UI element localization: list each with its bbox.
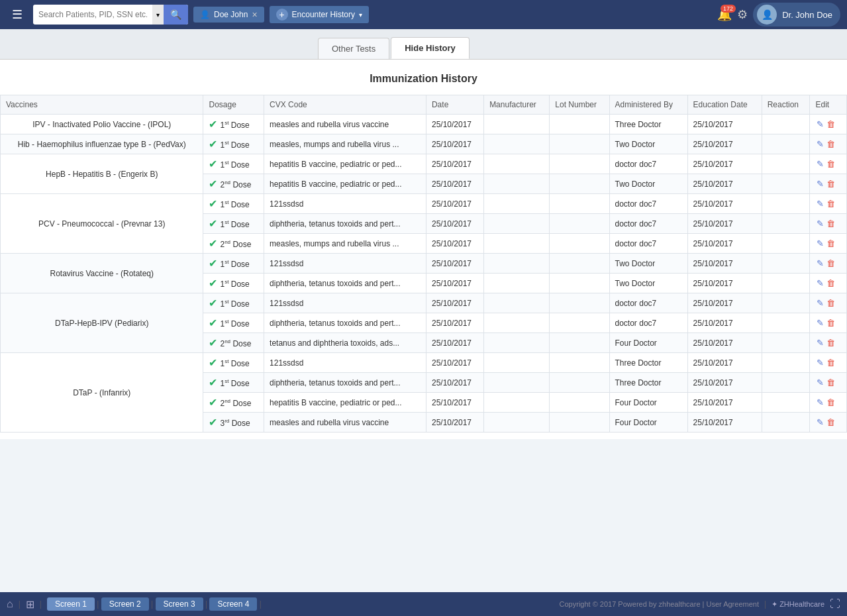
edit-icon[interactable]: ✎ <box>817 397 824 407</box>
patient-tag: 👤 Doe John × <box>193 7 264 23</box>
manufacturer-cell <box>484 353 550 373</box>
edit-cell: ✎🗑 <box>810 293 847 313</box>
search-input[interactable] <box>33 10 152 19</box>
delete-icon[interactable]: 🗑 <box>826 258 835 268</box>
check-icon: ✔ <box>209 317 217 329</box>
lot-number-cell <box>550 234 609 254</box>
cvx-code-cell: 121ssdsd <box>264 293 426 313</box>
table-row: DTaP-HepB-IPV (Pediarix)✔1st Dose121ssds… <box>1 293 847 313</box>
cvx-code-cell: hepatitis B vaccine, pediatric or ped... <box>264 154 426 174</box>
cvx-code-cell: measles, mumps and rubella virus ... <box>264 234 426 254</box>
delete-icon[interactable]: 🗑 <box>826 338 835 348</box>
delete-icon[interactable]: 🗑 <box>826 397 835 407</box>
encounter-dropdown-arrow[interactable]: ▾ <box>359 11 362 19</box>
screen-tab-screen-2[interactable]: Screen 2 <box>101 597 149 611</box>
edit-icon[interactable]: ✎ <box>817 139 824 149</box>
delete-icon[interactable]: 🗑 <box>826 159 835 169</box>
dose-number: 2nd Dose <box>220 399 251 408</box>
tab-hide-history[interactable]: Hide History <box>391 37 470 59</box>
edit-icon[interactable]: ✎ <box>817 179 824 189</box>
edit-icon[interactable]: ✎ <box>817 318 824 328</box>
education-date-cell: 25/10/2017 <box>687 134 762 154</box>
hamburger-menu-button[interactable]: ☰ <box>7 5 28 25</box>
education-date-cell: 25/10/2017 <box>687 373 762 393</box>
delete-icon[interactable]: 🗑 <box>826 358 835 368</box>
edit-icon[interactable]: ✎ <box>817 417 824 427</box>
delete-icon[interactable]: 🗑 <box>826 278 835 288</box>
delete-icon[interactable]: 🗑 <box>826 179 835 189</box>
search-submit-button[interactable]: 🔍 <box>164 5 188 25</box>
delete-icon[interactable]: 🗑 <box>826 219 835 229</box>
delete-icon[interactable]: 🗑 <box>826 238 835 248</box>
dose-number: 1st Dose <box>220 160 249 170</box>
fullscreen-icon[interactable]: ⛶ <box>830 598 840 610</box>
cvx-code-cell: 121ssdsd <box>264 194 426 214</box>
edit-icon[interactable]: ✎ <box>817 378 824 387</box>
encounter-tag: + Encounter History ▾ <box>270 6 369 23</box>
encounter-plus-icon[interactable]: + <box>276 9 288 21</box>
reaction-cell <box>762 115 810 134</box>
patient-tag-close[interactable]: × <box>252 9 257 20</box>
administered-by-cell: Two Doctor <box>609 174 687 194</box>
dose-cell: ✔1st Dose <box>203 134 264 154</box>
dose-number: 2nd Dose <box>220 180 251 189</box>
check-icon: ✔ <box>209 397 217 408</box>
edit-cell: ✎🗑 <box>810 214 847 234</box>
edit-icon[interactable]: ✎ <box>817 258 824 268</box>
edit-icon[interactable]: ✎ <box>817 219 824 229</box>
col-edit: Edit <box>810 95 847 115</box>
notifications-button[interactable]: 🔔 172 <box>717 7 732 22</box>
dose-cell: ✔1st Dose <box>203 194 264 214</box>
edit-icon[interactable]: ✎ <box>817 238 824 248</box>
education-date-cell: 25/10/2017 <box>687 274 762 293</box>
user-name: Dr. John Doe <box>782 10 832 20</box>
search-dropdown-button[interactable]: ▾ <box>152 5 164 25</box>
reaction-cell <box>762 254 810 274</box>
edit-icon[interactable]: ✎ <box>817 199 824 209</box>
administered-by-cell: doctor doc7 <box>609 293 687 313</box>
education-date-cell: 25/10/2017 <box>687 214 762 234</box>
edit-cell: ✎🗑 <box>810 393 847 413</box>
delete-icon[interactable]: 🗑 <box>826 298 835 308</box>
delete-icon[interactable]: 🗑 <box>826 199 835 209</box>
edit-icon[interactable]: ✎ <box>817 338 824 348</box>
edit-icon[interactable]: ✎ <box>817 119 824 129</box>
edit-cell: ✎🗑 <box>810 373 847 393</box>
edit-cell: ✎🗑 <box>810 274 847 293</box>
education-date-cell: 25/10/2017 <box>687 234 762 254</box>
date-cell: 25/10/2017 <box>426 413 483 433</box>
cvx-code-cell: diphtheria, tetanus toxoids and pert... <box>264 214 426 234</box>
administered-by-cell: Two Doctor <box>609 254 687 274</box>
delete-icon[interactable]: 🗑 <box>826 119 835 129</box>
reaction-cell <box>762 214 810 234</box>
date-cell: 25/10/2017 <box>426 353 483 373</box>
delete-icon[interactable]: 🗑 <box>826 378 835 387</box>
vaccine-name: DTaP - (Infanrix) <box>1 353 203 433</box>
screen-tab-screen-3[interactable]: Screen 3 <box>156 597 203 611</box>
date-cell: 25/10/2017 <box>426 373 483 393</box>
delete-icon[interactable]: 🗑 <box>826 318 835 328</box>
edit-icon[interactable]: ✎ <box>817 358 824 368</box>
col-administered-by: Administered By <box>609 95 687 115</box>
edit-cell: ✎🗑 <box>810 115 847 134</box>
settings-button[interactable]: ⚙ <box>737 7 748 22</box>
grid-icon[interactable]: ⊞ <box>26 598 34 611</box>
tab-other-tests[interactable]: Other Tests <box>318 38 389 59</box>
lot-number-cell <box>550 333 609 353</box>
screen-tab-screen-4[interactable]: Screen 4 <box>209 597 257 611</box>
edit-icon[interactable]: ✎ <box>817 159 824 169</box>
delete-icon[interactable]: 🗑 <box>826 139 835 149</box>
dose-cell: ✔2nd Dose <box>203 333 264 353</box>
cvx-code-cell: measles and rubella virus vaccine <box>264 115 426 134</box>
vaccine-name: PCV - Pneumococcal - (Prevnar 13) <box>1 194 203 254</box>
screen-tab-screen-1[interactable]: Screen 1 <box>47 597 95 611</box>
edit-icon[interactable]: ✎ <box>817 278 824 288</box>
lot-number-cell <box>550 413 609 433</box>
delete-icon[interactable]: 🗑 <box>826 417 835 427</box>
edit-icon[interactable]: ✎ <box>817 298 824 308</box>
dose-number: 1st Dose <box>220 140 249 150</box>
table-row: IPV - Inactivated Polio Vaccine - (IPOL)… <box>1 115 847 134</box>
edit-cell: ✎🗑 <box>810 254 847 274</box>
manufacturer-cell <box>484 194 550 214</box>
home-icon[interactable]: ⌂ <box>7 598 13 610</box>
